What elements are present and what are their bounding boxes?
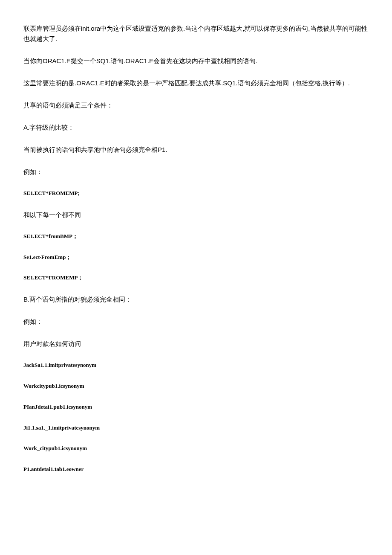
- code-line-10: P1.antdetai1.tab1.eowner: [23, 465, 369, 474]
- paragraph-8: 和以下每一个都不同: [23, 210, 369, 220]
- code-line-8: Ji1.1.sa1._1.imitprivatesynonym: [23, 424, 369, 433]
- code-line-7: PIanJdetai1.pub1.icsynonym: [23, 403, 369, 412]
- paragraph-3: 这里常要注明的是.ORAC1.E时的者采取的是一种严格匹配.要达成共享.SQ1.…: [23, 78, 369, 88]
- code-line-1: SE1.ECT*FROMEMP;: [23, 189, 369, 198]
- paragraph-6: 当前被执行的话句和共享池中的语句必须完全相P1.: [23, 145, 369, 155]
- code-line-5: JackSa1.1.imitprivatesynonym: [23, 361, 369, 370]
- paragraph-9: B.两个语句所指的对猊必须完全相同：: [23, 294, 369, 305]
- paragraph-5: A.字符级的比较：: [23, 122, 369, 133]
- paragraph-2: 当你向ORAC1.E提交一个SQ1.语句.ORAC1.E会首先在这块内存中查找相…: [23, 56, 369, 66]
- paragraph-10: 例如：: [23, 317, 369, 327]
- code-line-9: Work_citypub1.icsynonym: [23, 444, 369, 453]
- paragraph-1: 联票库管理员必须在init.ora中为这个区域设置适克的参数.当这个内存区域越大…: [23, 23, 369, 44]
- paragraph-7: 例如：: [23, 167, 369, 177]
- code-line-3: Se1.ect∙FromEmp；: [23, 253, 369, 262]
- code-line-2: SE1.ECT*fromBMP；: [23, 232, 369, 241]
- code-line-4: SE1.ECT*FROMEMP；: [23, 273, 369, 282]
- code-line-6: Workcitypub1.icsynonym: [23, 382, 369, 391]
- paragraph-11: 用户对款名如何访问: [23, 339, 369, 349]
- paragraph-4: 共享的语句必须满足三个条件：: [23, 100, 369, 110]
